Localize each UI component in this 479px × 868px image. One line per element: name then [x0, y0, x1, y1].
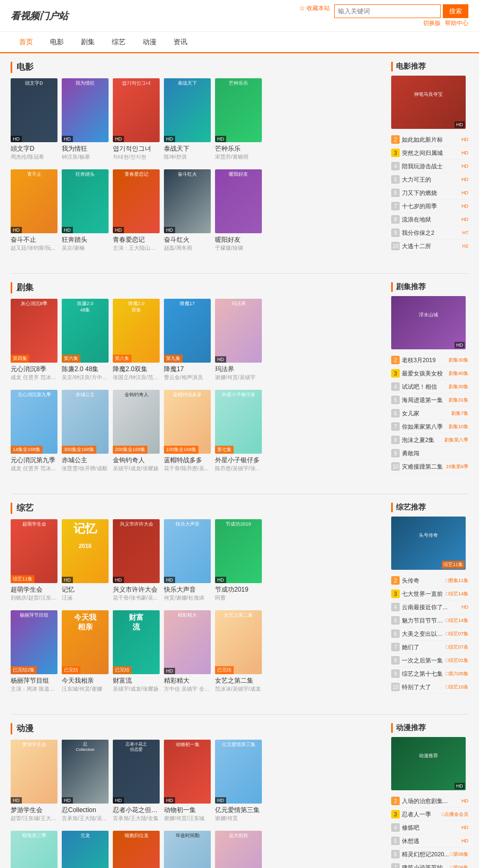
- variety-card[interactable]: 女艺之第二集 已完结 女艺之第二集 范冰冰/吴镇宇/成龙: [215, 610, 262, 693]
- recommend-item[interactable]: 2如此如此新片标HD: [391, 133, 468, 146]
- recommend-item[interactable]: 2头传奇□图集11集: [391, 574, 468, 587]
- recommend-item[interactable]: 9勇敢闯: [391, 447, 468, 460]
- nav-item-anime[interactable]: 动漫: [134, 32, 165, 52]
- recommend-item[interactable]: 5魅力节目节节有...□综艺14集: [391, 614, 468, 627]
- recommend-item[interactable]: 8流浪在地狱HD: [391, 213, 468, 226]
- variety-card[interactable]: 杨丽萍节目组 已完结2集 杨丽萍节目组 主演：周涛 陈道明...: [11, 610, 57, 693]
- nav-item-home[interactable]: 首页: [11, 32, 42, 53]
- search-input[interactable]: [334, 4, 441, 18]
- movie-card[interactable]: 芒种乐乐 HD 芒种乐乐 宋慧乔/黄晓明: [215, 78, 262, 161]
- variety-recommend-top-poster[interactable]: 头号传奇 综艺11集: [391, 517, 466, 570]
- help-link[interactable]: 帮助中心: [445, 19, 468, 27]
- variety-card[interactable]: 节成功2019 HD 节成功2019 阿曹: [215, 519, 262, 602]
- recommend-item[interactable]: 5休想逃HD: [391, 834, 468, 848]
- recommend-item[interactable]: 2入场的治愈剧集...HD: [391, 795, 468, 808]
- recommend-item[interactable]: 10特别了大了□综艺10条: [391, 681, 468, 694]
- recommend-item[interactable]: 2老枝3月2019剧集30集: [391, 354, 468, 367]
- variety-section-row: 综艺 超萌学生会 综艺11集 超萌学生会 刘晓庆/赵雷/汪东城... 记忆201…: [11, 503, 468, 701]
- variety-card[interactable]: 超萌学生会 综艺11集 超萌学生会 刘晓庆/赵雷/汪东城...: [11, 519, 57, 602]
- recommend-item[interactable]: 8泡沫之夏2集剧集第八季: [391, 433, 468, 447]
- variety-sub: 吴镇宇/成龙/张耀扬: [113, 685, 160, 693]
- recommend-item[interactable]: 5海局进退第一集剧集31集: [391, 394, 468, 407]
- variety-card[interactable]: 财富流 已完结 财富流 吴镇宇/成龙/张耀扬: [113, 610, 160, 693]
- movie-card[interactable]: 頭文字D HD 頭文字D 周杰伦/陈冠希: [11, 78, 57, 161]
- anime-sub: 言承旭/王大陆/吴镇...: [62, 815, 109, 822]
- recommend-item[interactable]: 9综艺之第十七集□第六05集: [391, 667, 468, 681]
- variety-sub: 汪涵: [62, 594, 109, 602]
- drama-card[interactable]: 金钩钓奇人 200集全168集 金钩钓奇人 吴镇宇/成龙/张耀扬: [113, 390, 160, 472]
- recommend-item[interactable]: 10灾难接踵第二集10集第6季: [391, 460, 468, 473]
- variety-card[interactable]: 记忆2016 HD 记忆 汪涵: [62, 519, 109, 602]
- movie-card[interactable]: 泰战天下 HD 泰战天下 陈坤/舒淇: [164, 78, 211, 161]
- drama-card[interactable]: 元心消沉第九季 14集全168集 元心消沉第九季 成龙 任贤齐 范冰冰...: [11, 390, 57, 472]
- movie-card[interactable]: 暖阳好友 暖阳好友 于朦胧/徐璐: [215, 169, 262, 252]
- recommend-item[interactable]: 9我分你保之2H7: [391, 226, 468, 240]
- variety-card[interactable]: 今天我相亲 已完结 今天我相亲 汪东城/何炅/谢娜: [62, 610, 109, 693]
- movie-card[interactable]: 엽기적인그녀 HD 엽기적인그녀 차태현/전지현: [113, 78, 160, 161]
- drama-card[interactable]: 降魔17 第九集 降魔17 曹云金/相声演员: [164, 299, 211, 381]
- drama-card[interactable]: 陈廉2.048集 第六集 陈廉2.0 48集 吴京/钟汉良/方中信...: [62, 299, 109, 381]
- nav-item-drama[interactable]: 剧集: [72, 32, 103, 52]
- movie-card[interactable]: 青春爱恋记 HD 青春爱恋记 主演：王大陆山东...: [113, 169, 160, 252]
- movie-card[interactable]: 我为情狂 HD 我为情狂 钟汉良/杨幂: [62, 78, 109, 161]
- drama-card[interactable]: 蓝帽特战多多 100集全168集 蓝帽特战多多 花千骨/陈乔恩/吴...: [164, 390, 211, 472]
- anime-card[interactable]: 动物初一集 HD 动物初一集 谢娜/何炅/汪东城: [164, 740, 211, 822]
- anime-poster: 细胞归位龙 HD: [113, 831, 160, 868]
- variety-card[interactable]: 精彩精大 HD 精彩精大 方中信 吴镇宇 全集...: [164, 610, 211, 693]
- switch-link[interactable]: 切换版: [423, 19, 441, 27]
- recommend-item[interactable]: 8一次之后第一集□综艺01集: [391, 654, 468, 667]
- recommend-item[interactable]: 7建筑小说等节约...□第06集: [391, 861, 468, 868]
- drama-title: 蓝帽特战多多: [164, 456, 211, 465]
- movie-recommend-top-poster[interactable]: 神笔马良夺宝 HD: [391, 76, 466, 129]
- drama-poster: 金钩钓奇人 200集全168集: [113, 390, 160, 454]
- drama-recommend-top-poster[interactable]: 浮水山城 HD: [391, 296, 466, 349]
- anime-card[interactable]: 毕兹时间勤 HD 毕兹时间勤 主演3集/宋慧乔/言...: [164, 831, 211, 868]
- recommend-item[interactable]: 3七大世界一直前□综艺14集: [391, 587, 468, 601]
- nav-item-news[interactable]: 资讯: [165, 32, 196, 52]
- anime-card[interactable]: 蜡笔第三季 HD 蜡笔第三季 宋慧乔/黄晓明/花...: [11, 831, 57, 868]
- drama-card[interactable]: 赤城公主 300集全168集 赤城公主 张慧雯/徐开骋/成毅: [62, 390, 109, 472]
- favorite-link[interactable]: ☆ 收藏本站: [299, 4, 330, 18]
- recommend-item[interactable]: 6刀又下的燃烧HD: [391, 186, 468, 200]
- recommend-item[interactable]: 4试试吧！相信剧集30集: [391, 380, 468, 394]
- recommend-item[interactable]: 6女儿家剧集7集: [391, 407, 468, 420]
- recommend-item[interactable]: 3最爱女孩美女校剧集40集: [391, 367, 468, 380]
- nav-item-movie[interactable]: 电影: [42, 32, 72, 52]
- movie-card[interactable]: 青不止 HD 奋斗不止 赵又廷/张钧甯/阮...: [11, 169, 57, 252]
- recommend-item[interactable]: 10大逃十二所H2: [391, 240, 468, 253]
- drama-card[interactable]: 降魔2.0双集 第八集 降魔2.0双集 张国立/钟汉良/范冰...: [113, 299, 160, 381]
- anime-card[interactable]: 忍者小花之但恋爱 HD 忍者小花之但恋爱 言承旭/王大陆/全集: [113, 740, 160, 822]
- variety-card[interactable]: 兴义市许许大会 HD 兴义市许许大会 花千骨/张书豪/吴...: [113, 519, 160, 602]
- recommend-item[interactable]: 6精灵幻想记2020...□第06集: [391, 848, 468, 861]
- variety-sub: 花千骨/张书豪/吴...: [113, 594, 160, 602]
- recommend-item[interactable]: 7你如果家第八季剧集10集: [391, 420, 468, 433]
- recommend-item[interactable]: 4云南最接近你了...HD: [391, 601, 468, 614]
- recommend-item[interactable]: 4陪我玩游击战士HD: [391, 160, 468, 173]
- recommend-item[interactable]: 6大美之变出以你...□综艺07集: [391, 627, 468, 641]
- anime-card[interactable]: 细胞归位龙 HD 细胞归位龙 言承旭/王大陆/吴镇...: [113, 831, 160, 868]
- recommend-item[interactable]: 7十七岁的雨季HD: [391, 200, 468, 213]
- anime-card[interactable]: 亿元爱情第三集 HD 亿元爱情第三集 谢娜/何炅: [215, 740, 262, 822]
- recommend-item[interactable]: 3突然之间归属城HD: [391, 146, 468, 160]
- variety-card[interactable]: 快乐大声音 HD 快乐大声音 何炅/谢娜/杜海涛: [164, 519, 211, 602]
- recommend-item[interactable]: 3忍者人一季□点播金会员: [391, 808, 468, 821]
- nav-item-variety[interactable]: 综艺: [103, 32, 134, 52]
- recommend-item[interactable]: 5大力可王的HD: [391, 173, 468, 186]
- anime-card[interactable]: 元龙 HD 元龙 汪涵/言承旭: [62, 831, 109, 868]
- movie-card[interactable]: 狂奔踏头 HD 狂奔踏头 吴京/谢楠: [62, 169, 109, 252]
- recommend-item[interactable]: 4修炼吧HD: [391, 821, 468, 834]
- search-button[interactable]: 搜索: [443, 4, 468, 18]
- movie-card[interactable]: 奋斗红火 HD 奋斗红火 赵磊/周冬雨: [164, 169, 211, 252]
- movie-row-1: 頭文字D HD 頭文字D 周杰伦/陈冠希 我为情狂 HD 我为情狂 钟汉良/杨幂: [11, 78, 383, 161]
- anime-card[interactable]: 忍Collection HD 忍Collection 言承旭/王大陆/吴镇...: [62, 740, 109, 822]
- anime-card[interactable]: 远大前程 HD 远大前程 范冰冰/吴镇宇/成龙: [215, 831, 262, 868]
- drama-card[interactable]: 外星小子银仔多 第七集 外星小子银仔多 陈乔恩/吴镇宇/张...: [215, 390, 262, 472]
- drama-card[interactable]: 玛法界 HD 玛法界 谢娜/何炅/吴镇宇: [215, 299, 262, 381]
- recommend-item[interactable]: 7她们了□综艺07条: [391, 641, 468, 654]
- drama-sub: 成龙 任贤齐 范冰冰...: [11, 374, 57, 381]
- anime-card[interactable]: 梦游学生会 HD 梦游学生会 赵雷/汪东城/王大陆...: [11, 740, 57, 822]
- movie-sub: 陈坤/舒淇: [164, 153, 211, 161]
- anime-recommend-top-poster[interactable]: 动漫推荐 HD: [391, 737, 466, 790]
- drama-title: 元心消沉8季: [11, 365, 57, 374]
- drama-card[interactable]: 灰心消沉8季 第四集 元心消沉8季 成龙 任贤齐 范冰冰...: [11, 299, 57, 381]
